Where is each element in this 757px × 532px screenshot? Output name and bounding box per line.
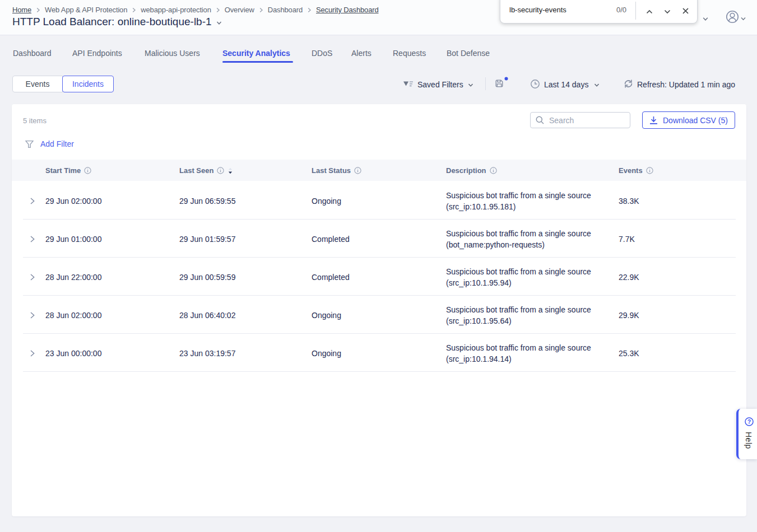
svg-text:?: ?: [747, 419, 751, 425]
